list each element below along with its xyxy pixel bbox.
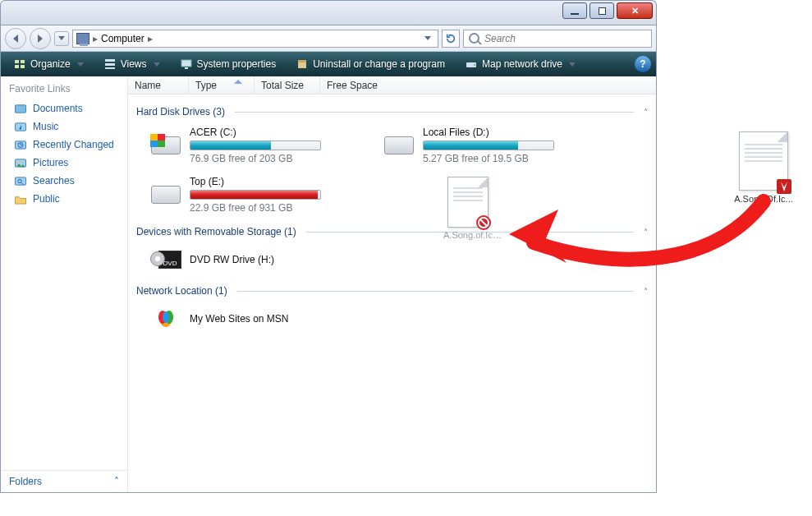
- drive-acer-c[interactable]: ACER (C:) 76.9 GB free of 203 GB: [148, 124, 361, 167]
- breadcrumb-location[interactable]: Computer: [101, 33, 145, 44]
- sidebar-item-public[interactable]: Public: [1, 190, 127, 208]
- drive-free-text: 22.9 GB free of 931 GB: [190, 202, 321, 214]
- svg-rect-19: [16, 177, 26, 184]
- folders-expander[interactable]: Folders ˄: [1, 470, 127, 492]
- maximize-button[interactable]: [590, 2, 614, 19]
- nav-row: ▸ Computer ▸: [1, 25, 656, 52]
- address-bar[interactable]: ▸ Computer ▸: [72, 30, 438, 48]
- drive-free-text: 5.27 GB free of 19.5 GB: [423, 153, 554, 164]
- column-type[interactable]: Type: [189, 76, 255, 94]
- column-total-size[interactable]: Total Size: [255, 76, 320, 94]
- sysprops-label: System properties: [197, 58, 277, 70]
- uninstall-program-button[interactable]: Uninstall or change a program: [288, 54, 452, 74]
- sidebar-item-label: Recently Changed: [33, 139, 114, 150]
- close-button[interactable]: ✕: [617, 2, 653, 19]
- minimize-button[interactable]: [562, 2, 587, 19]
- views-label: Views: [121, 58, 147, 70]
- favorites-header: Favorite Links: [1, 76, 127, 99]
- svg-rect-1: [21, 60, 25, 63]
- searches-icon: [14, 176, 27, 187]
- svg-rect-10: [298, 60, 306, 62]
- search-box[interactable]: [463, 30, 652, 48]
- svg-rect-8: [185, 67, 188, 69]
- sidebar-item-documents[interactable]: Documents: [1, 99, 127, 117]
- svg-rect-0: [15, 60, 19, 63]
- group-hard-disks-label: Hard Disk Drives (3): [136, 106, 225, 117]
- usage-bar: [190, 190, 321, 200]
- breadcrumb-sep: ▸: [93, 33, 98, 44]
- views-button[interactable]: Views: [96, 54, 167, 74]
- chevron-down-icon: [77, 62, 84, 67]
- msn-icon: [150, 306, 181, 332]
- usage-bar: [423, 141, 554, 150]
- hdd-icon: [150, 132, 181, 159]
- group-hard-disks-header[interactable]: Hard Disk Drives (3) ˄: [136, 104, 648, 119]
- chevron-down-icon: [569, 62, 576, 67]
- drive-name: Local Files (D:): [423, 127, 554, 138]
- dvd-drive-icon: DVD: [150, 246, 181, 273]
- column-free-label: Free Space: [327, 80, 378, 91]
- sidebar-item-recently-changed[interactable]: Recently Changed: [1, 136, 127, 154]
- network-drive-icon: [465, 58, 478, 71]
- column-headers: Name Type Total Size Free Space: [128, 76, 656, 94]
- address-dropdown[interactable]: [421, 36, 434, 40]
- group-removable-label: Devices with Removable Storage (1): [136, 226, 296, 237]
- music-icon: [14, 122, 27, 132]
- search-icon: [469, 33, 479, 44]
- group-removable-header[interactable]: Devices with Removable Storage (1) ˄: [136, 224, 648, 239]
- desktop-file[interactable]: A.Song.Of.Ic...: [731, 131, 796, 204]
- svg-rect-4: [105, 59, 115, 62]
- group-network-label: Network Location (1): [136, 285, 227, 297]
- svg-point-18: [18, 161, 20, 163]
- column-type-label: Type: [195, 80, 217, 91]
- sidebar-item-label: Public: [33, 193, 60, 205]
- history-dropdown[interactable]: [54, 31, 69, 46]
- sidebar-item-searches[interactable]: Searches: [1, 172, 127, 190]
- group-network-header[interactable]: Network Location (1) ˄: [136, 283, 648, 298]
- svg-rect-9: [298, 62, 306, 68]
- column-free-space[interactable]: Free Space: [320, 76, 656, 94]
- column-name[interactable]: Name: [128, 76, 189, 94]
- chevron-up-icon: ˄: [644, 108, 648, 117]
- system-properties-button[interactable]: System properties: [172, 54, 284, 74]
- refresh-button[interactable]: [442, 30, 460, 48]
- file-thumbnail: [739, 131, 788, 191]
- drive-name: DVD RW Drive (H:): [190, 254, 274, 265]
- pdf-icon: [776, 178, 792, 195]
- uninstall-label: Uninstall or change a program: [313, 58, 445, 70]
- drive-top-e[interactable]: Top (E:) 22.9 GB free of 931 GB: [148, 173, 361, 216]
- search-input[interactable]: [484, 33, 646, 44]
- group-divider: [235, 112, 634, 113]
- content-area: Favorite Links Documents Music Recently …: [1, 76, 656, 492]
- forward-button[interactable]: [30, 28, 51, 49]
- group-hard-disks: Hard Disk Drives (3) ˄ ACER (C:) 76.9 GB…: [136, 104, 648, 216]
- organize-button[interactable]: Organize: [6, 54, 91, 74]
- network-location-msn[interactable]: My Web Sites on MSN: [148, 303, 361, 334]
- drives-area: Hard Disk Drives (3) ˄ ACER (C:) 76.9 GB…: [128, 94, 656, 492]
- drive-free-text: 76.9 GB free of 203 GB: [190, 153, 321, 164]
- svg-rect-6: [105, 67, 115, 69]
- chevron-up-icon: ˄: [644, 287, 648, 296]
- drive-name: ACER (C:): [190, 127, 321, 138]
- svg-rect-7: [181, 60, 191, 67]
- svg-rect-2: [15, 65, 19, 68]
- organize-label: Organize: [30, 58, 71, 70]
- chevron-up-icon: ˄: [644, 228, 648, 237]
- column-name-label: Name: [135, 80, 161, 91]
- back-button[interactable]: [5, 28, 26, 49]
- help-button[interactable]: ?: [635, 56, 651, 72]
- drive-dvd-h[interactable]: DVD DVD RW Drive (H:): [148, 244, 361, 275]
- drive-local-d[interactable]: Local Files (D:) 5.27 GB free of 19.5 GB: [381, 124, 594, 167]
- sidebar-item-label: Documents: [33, 103, 83, 114]
- group-removable: Devices with Removable Storage (1) ˄ DVD…: [136, 224, 648, 275]
- svg-rect-21: [777, 179, 791, 194]
- sidebar-item-music[interactable]: Music: [1, 117, 127, 136]
- group-network: Network Location (1) ˄: [136, 283, 648, 334]
- map-network-drive-button[interactable]: Map network drive: [457, 54, 583, 74]
- usage-bar: [190, 141, 321, 150]
- sidebar-item-label: Searches: [33, 175, 75, 187]
- documents-icon: [14, 104, 27, 114]
- column-total-label: Total Size: [261, 80, 304, 91]
- recent-icon: [14, 140, 27, 150]
- sidebar-item-pictures[interactable]: Pictures: [1, 154, 127, 172]
